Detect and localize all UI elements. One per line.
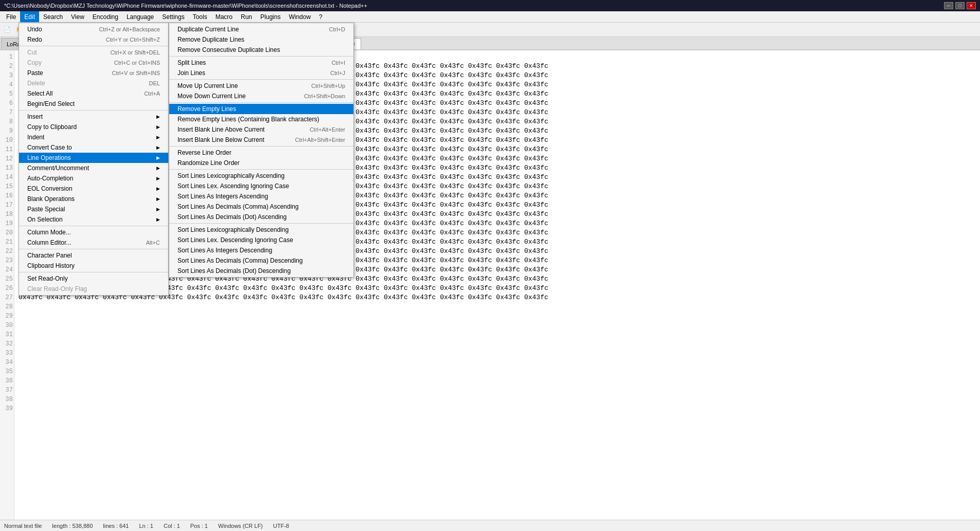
menu-comment-uncomment[interactable]: Comment/Uncomment ▶	[19, 163, 168, 173]
submenu-duplicate-line[interactable]: Duplicate Current Line Ctrl+D	[169, 24, 353, 34]
menu-bar: File Edit Search View Encoding Language …	[0, 11, 980, 23]
submenu-move-up[interactable]: Move Up Current Line Ctrl+Shift+Up	[169, 81, 353, 91]
menu-copy-to-clipboard-arrow: ▶	[156, 124, 160, 130]
submenu-sort-decimal-dot-desc[interactable]: Sort Lines As Decimals (Dot) Descending	[169, 266, 353, 276]
menu-search[interactable]: Search	[39, 11, 67, 22]
menu-view[interactable]: View	[67, 11, 88, 22]
menu-redo[interactable]: Redo Ctrl+Y or Ctrl+Shift+Z	[19, 34, 168, 45]
menu-redo-shortcut: Ctrl+Y or Ctrl+Shift+Z	[106, 36, 160, 43]
menu-paste-label: Paste	[27, 69, 43, 77]
minimize-button[interactable]: ─	[944, 2, 953, 9]
menu-encoding[interactable]: Encoding	[88, 11, 122, 22]
status-length: length : 538,880	[52, 523, 93, 529]
menu-clear-read-only[interactable]: Clear Read-Only Flag	[19, 284, 168, 294]
menu-copy-to-clipboard-label: Copy to Clipboard	[27, 123, 77, 131]
menu-copy[interactable]: Copy Ctrl+C or Ctrl+INS	[19, 58, 168, 68]
menu-tools[interactable]: Tools	[189, 11, 211, 22]
menu-eol-conversion-arrow: ▶	[156, 186, 160, 191]
submenu-sort-int-asc-label: Sort Lines As Integers Ascending	[177, 193, 268, 200]
menu-character-panel[interactable]: Character Panel	[19, 250, 168, 261]
submenu-insert-blank-above-shortcut: Ctrl+Alt+Enter	[310, 126, 345, 133]
menu-column-editor-label: Column Editor...	[27, 239, 71, 246]
menu-insert[interactable]: Insert ▶	[19, 112, 168, 122]
menu-file[interactable]: File	[2, 11, 20, 22]
status-lines: lines : 641	[103, 523, 129, 529]
toolbar-new[interactable]: 📄	[1, 24, 13, 35]
submenu-remove-empty-lines[interactable]: Remove Empty Lines	[169, 104, 353, 114]
submenu-remove-duplicate-label: Remove Duplicate Lines	[177, 36, 244, 43]
submenu-remove-consecutive-duplicate[interactable]: Remove Consecutive Duplicate Lines	[169, 45, 353, 55]
menu-convert-case[interactable]: Convert Case to ▶	[19, 142, 168, 153]
submenu-randomize-line-order[interactable]: Randomize Line Order	[169, 158, 353, 168]
submenu-insert-blank-below[interactable]: Insert Blank Line Below Current Ctrl+Alt…	[169, 135, 353, 145]
submenu-sort-decimal-dot-asc[interactable]: Sort Lines As Decimals (Dot) Ascending	[169, 212, 353, 222]
menu-copy-to-clipboard[interactable]: Copy to Clipboard ▶	[19, 122, 168, 132]
menu-insert-arrow: ▶	[156, 114, 160, 119]
menu-auto-completion-label: Auto-Completion	[27, 175, 73, 182]
menu-redo-label: Redo	[27, 36, 42, 43]
menu-blank-operations[interactable]: Blank Operations ▶	[19, 194, 168, 204]
menu-language[interactable]: Language	[122, 11, 158, 22]
submenu-insert-blank-above[interactable]: Insert Blank Line Above Current Ctrl+Alt…	[169, 124, 353, 135]
submenu-sort-lex-asc[interactable]: Sort Lines Lexicographically Ascending	[169, 171, 353, 181]
menu-on-selection[interactable]: On Selection ▶	[19, 214, 168, 225]
edit-sep-2	[19, 110, 168, 111]
menu-begin-end-select[interactable]: Begin/End Select	[19, 99, 168, 109]
menu-column-mode[interactable]: Column Mode...	[19, 227, 168, 237]
submenu-sort-decimal-comma-desc[interactable]: Sort Lines As Decimals (Comma) Descendin…	[169, 255, 353, 266]
menu-select-all[interactable]: Select All Ctrl+A	[19, 88, 168, 99]
menu-line-operations-label: Line Operations	[27, 154, 71, 161]
submenu-reverse-line-order[interactable]: Reverse Line Order	[169, 148, 353, 158]
menu-paste-special[interactable]: Paste Special ▶	[19, 204, 168, 214]
maximize-button[interactable]: □	[955, 2, 965, 9]
menu-cut-label: Cut	[27, 49, 37, 56]
submenu-sort-lex-asc-ignorecase[interactable]: Sort Lines Lex. Ascending Ignoring Case	[169, 181, 353, 191]
menu-paste[interactable]: Paste Ctrl+V or Shift+INS	[19, 68, 168, 78]
menu-set-read-only-label: Set Read-Only	[27, 275, 68, 282]
submenu-sort-lex-desc[interactable]: Sort Lines Lexicographically Descending	[169, 225, 353, 235]
menu-eol-conversion-label: EOL Conversion	[27, 185, 73, 192]
menu-plugins[interactable]: Plugins	[256, 11, 284, 22]
menu-indent-arrow: ▶	[156, 135, 160, 140]
submenu-sort-decimal-dot-desc-label: Sort Lines As Decimals (Dot) Descending	[177, 267, 291, 274]
status-file-type: Normal text file	[4, 523, 42, 529]
menu-undo[interactable]: Undo Ctrl+Z or Alt+Backspace	[19, 24, 168, 34]
menu-window[interactable]: Window	[284, 11, 315, 22]
submenu-move-down[interactable]: Move Down Current Line Ctrl+Shift+Down	[169, 91, 353, 101]
menu-edit[interactable]: Edit	[20, 11, 39, 22]
submenu-split-lines[interactable]: Split Lines Ctrl+I	[169, 58, 353, 68]
submenu-join-lines[interactable]: Join Lines Ctrl+J	[169, 68, 353, 78]
menu-column-editor[interactable]: Column Editor... Alt+C	[19, 237, 168, 248]
menu-copy-label: Copy	[27, 59, 42, 66]
line-numbers: 12345 678910 1112131415 1617181920 21222…	[0, 50, 14, 520]
submenu-sort-decimal-comma-asc[interactable]: Sort Lines As Decimals (Comma) Ascending	[169, 202, 353, 212]
menu-set-read-only[interactable]: Set Read-Only	[19, 273, 168, 284]
submenu-sort-lex-desc-ignorecase[interactable]: Sort Lines Lex. Descending Ignoring Case	[169, 235, 353, 245]
close-button[interactable]: ✕	[967, 2, 976, 9]
submenu-sort-int-desc[interactable]: Sort Lines As Integers Descending	[169, 245, 353, 255]
menu-help[interactable]: ?	[315, 11, 327, 22]
menu-auto-completion[interactable]: Auto-Completion ▶	[19, 173, 168, 184]
menu-delete[interactable]: Delete DEL	[19, 78, 168, 88]
line-ops-sep-6	[169, 223, 353, 224]
menu-clipboard-history[interactable]: Clipboard History	[19, 261, 168, 271]
line-ops-sep-4	[169, 146, 353, 147]
submenu-remove-duplicate[interactable]: Remove Duplicate Lines	[169, 34, 353, 45]
submenu-remove-empty-lines-blank[interactable]: Remove Empty Lines (Containing Blank cha…	[169, 114, 353, 124]
menu-settings[interactable]: Settings	[158, 11, 188, 22]
menu-line-operations[interactable]: Line Operations ▶	[19, 153, 168, 163]
menu-column-editor-shortcut: Alt+C	[146, 240, 160, 246]
menu-indent[interactable]: Indent ▶	[19, 132, 168, 142]
menu-begin-end-select-label: Begin/End Select	[27, 100, 75, 107]
menu-eol-conversion[interactable]: EOL Conversion ▶	[19, 184, 168, 194]
line-ops-sep-3	[169, 102, 353, 103]
submenu-insert-blank-below-shortcut: Ctrl+Alt+Shift+Enter	[295, 137, 345, 143]
menu-paste-shortcut: Ctrl+V or Shift+INS	[112, 70, 160, 76]
status-ln: Ln : 1	[139, 523, 153, 529]
edit-menu-dropdown: Undo Ctrl+Z or Alt+Backspace Redo Ctrl+Y…	[19, 23, 169, 296]
submenu-join-lines-label: Join Lines	[177, 69, 205, 77]
submenu-sort-int-asc[interactable]: Sort Lines As Integers Ascending	[169, 191, 353, 202]
menu-cut[interactable]: Cut Ctrl+X or Shift+DEL	[19, 47, 168, 58]
menu-macro[interactable]: Macro	[211, 11, 237, 22]
menu-run[interactable]: Run	[237, 11, 256, 22]
